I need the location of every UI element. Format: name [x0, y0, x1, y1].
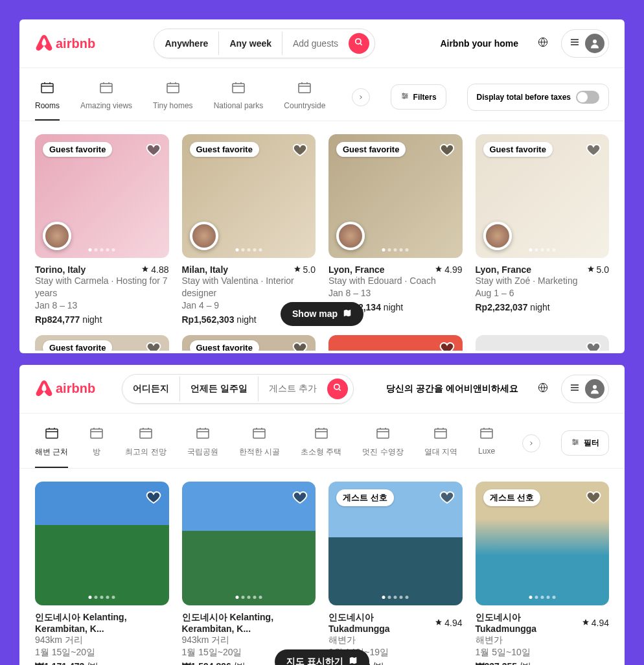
- svg-point-29: [593, 385, 597, 389]
- listing-card[interactable]: 게스트 선호 인도네시아 Tukadmungga4.94 해변가 1월 5일~1…: [476, 482, 610, 665]
- category-tab[interactable]: 국립공원: [187, 419, 218, 468]
- photo-carousel-dots[interactable]: [382, 248, 409, 251]
- search-who[interactable]: Add guests: [282, 32, 349, 55]
- listing-photo[interactable]: Guest favorite: [182, 134, 316, 258]
- filters-button[interactable]: 필터: [561, 430, 609, 456]
- airbnb-logo[interactable]: airbnb: [35, 34, 95, 52]
- search-button[interactable]: [327, 379, 348, 399]
- header: airbnb Anywhere Any week Add guests Airb…: [19, 19, 625, 68]
- category-tab[interactable]: Tiny homes: [153, 73, 193, 121]
- category-tab[interactable]: 방: [89, 419, 104, 468]
- photo-carousel-dots[interactable]: [89, 248, 115, 251]
- wishlist-button[interactable]: [586, 489, 601, 508]
- listing-card[interactable]: Guest favorite Milan, Italy5.0 Stay with…: [182, 134, 316, 327]
- search-pill[interactable]: Anywhere Any week Add guests: [154, 29, 375, 58]
- listing-grid: Guest favorite Torino, Italy4.88 Stay wi…: [19, 121, 625, 327]
- search-when[interactable]: Any week: [219, 32, 282, 55]
- category-tab[interactable]: Rooms: [35, 73, 60, 121]
- search-pill[interactable]: 어디든지 언제든 일주일 게스트 추가: [122, 374, 354, 404]
- show-map-button[interactable]: 지도 표시하기: [275, 649, 369, 665]
- map-button-label: 지도 표시하기: [286, 656, 343, 665]
- listing-card[interactable]: Guest favorite: [182, 335, 316, 351]
- category-tab[interactable]: 해변 근처: [35, 419, 68, 468]
- listing-card[interactable]: Guest favorite Lyon, France5.0 Stay with…: [476, 134, 610, 327]
- wishlist-button[interactable]: [439, 340, 455, 351]
- listing-photo[interactable]: 게스트 선호: [476, 482, 610, 605]
- listing-subtitle: 943km 거리: [182, 634, 316, 646]
- listing-photo[interactable]: Guest favorite: [328, 134, 463, 258]
- category-next-button[interactable]: [352, 88, 370, 106]
- language-button[interactable]: [531, 377, 555, 401]
- wishlist-button[interactable]: [586, 142, 601, 160]
- heart-icon: [292, 496, 308, 507]
- filters-button[interactable]: Filters: [391, 84, 446, 110]
- search-who[interactable]: 게스트 추가: [259, 377, 327, 401]
- photo-carousel-dots[interactable]: [529, 596, 555, 599]
- category-label: 멋진 수영장: [362, 447, 403, 458]
- listing-photo[interactable]: Guest favorite: [476, 134, 610, 258]
- photo-carousel-dots[interactable]: [529, 248, 555, 251]
- listing-rating: 5.0: [293, 264, 316, 275]
- show-map-button[interactable]: Show map: [281, 302, 363, 326]
- photo-carousel-dots[interactable]: [235, 248, 262, 251]
- heart-icon: [292, 347, 308, 351]
- category-tab[interactable]: Countryside: [284, 73, 325, 121]
- category-tab[interactable]: 초소형 주택: [301, 419, 341, 468]
- listing-title: 인도네시아 Kelanting, Kerambitan, K...: [182, 612, 316, 634]
- photo-carousel-dots[interactable]: [235, 596, 262, 599]
- wishlist-button[interactable]: [439, 489, 455, 508]
- listing-photo[interactable]: [35, 482, 169, 605]
- photo-carousel-dots[interactable]: [382, 596, 409, 599]
- search-icon: [333, 383, 342, 395]
- search-where[interactable]: 어디든지: [122, 377, 180, 401]
- listing-card[interactable]: [476, 335, 610, 351]
- listing-card[interactable]: 게스트 선호 인도네시아 Tukadmungga4.94 해변가 2월 14일~…: [328, 482, 463, 665]
- airbnb-logo[interactable]: airbnb: [35, 380, 95, 398]
- category-bar: 해변 근처방최고의 전망국립공원한적한 시골초소형 주택멋진 수영장열대 지역L…: [19, 414, 625, 469]
- listing-card[interactable]: 인도네시아 Kelanting, Kerambitan, K... 943km …: [35, 482, 169, 665]
- user-menu[interactable]: [561, 29, 609, 58]
- wishlist-button[interactable]: [586, 340, 601, 351]
- category-tab[interactable]: 한적한 시골: [239, 419, 280, 468]
- category-tab[interactable]: 최고의 전망: [125, 419, 166, 468]
- listing-photo[interactable]: [182, 482, 316, 605]
- search-button[interactable]: [349, 33, 369, 54]
- photo-carousel-dots[interactable]: [89, 596, 115, 599]
- tax-toggle[interactable]: Display total before taxes: [467, 84, 609, 111]
- wishlist-button[interactable]: [292, 142, 308, 160]
- wishlist-button[interactable]: [146, 142, 161, 160]
- listing-photo[interactable]: 게스트 선호: [328, 482, 463, 605]
- wishlist-button[interactable]: [146, 340, 161, 351]
- listing-card[interactable]: Guest favorite Torino, Italy4.88 Stay wi…: [35, 134, 169, 327]
- listing-photo[interactable]: Guest favorite: [35, 134, 169, 258]
- guest-favorite-badge: 게스트 선호: [483, 489, 541, 506]
- search-where[interactable]: Anywhere: [154, 32, 219, 55]
- toggle-switch[interactable]: [576, 91, 599, 104]
- category-next-button[interactable]: [522, 434, 540, 452]
- category-tab[interactable]: 멋진 수영장: [362, 419, 403, 468]
- listing-card[interactable]: [328, 335, 463, 351]
- wishlist-button[interactable]: [439, 142, 455, 160]
- category-tab[interactable]: National parks: [214, 73, 264, 121]
- listing-card[interactable]: Guest favorite Lyon, France4.99 Stay wit…: [328, 134, 463, 327]
- user-menu[interactable]: [561, 375, 609, 403]
- host-your-home-link[interactable]: 당신의 공간을 에어비앤비하세요: [380, 378, 525, 400]
- listing-price: ₩1,171,473 /박: [35, 661, 169, 665]
- listing-card[interactable]: Guest favorite: [35, 335, 169, 351]
- svg-rect-32: [140, 429, 152, 438]
- language-button[interactable]: [531, 32, 555, 55]
- category-tab[interactable]: 열대 지역: [424, 419, 457, 468]
- guest-favorite-badge: Guest favorite: [43, 340, 112, 351]
- category-label: Luxe: [478, 447, 495, 456]
- category-icon: [231, 80, 246, 97]
- category-tab[interactable]: Luxe: [478, 419, 495, 468]
- heart-icon: [439, 496, 455, 507]
- listing-card[interactable]: 인도네시아 Kelanting, Kerambitan, K... 943km …: [182, 482, 316, 665]
- wishlist-button[interactable]: [146, 489, 161, 508]
- wishlist-button[interactable]: [292, 489, 308, 508]
- category-tab[interactable]: Amazing views: [80, 73, 132, 121]
- guest-favorite-badge: Guest favorite: [43, 142, 112, 157]
- host-your-home-link[interactable]: Airbnb your home: [433, 33, 525, 54]
- wishlist-button[interactable]: [292, 340, 308, 351]
- search-when[interactable]: 언제든 일주일: [180, 377, 259, 401]
